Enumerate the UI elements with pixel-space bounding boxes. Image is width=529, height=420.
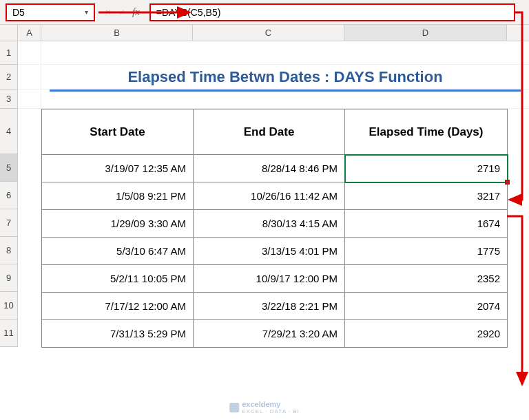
cell-days-selected[interactable]: 2719 <box>345 155 508 182</box>
cell-start[interactable]: 1/29/09 3:30 AM <box>42 210 194 238</box>
cell-start[interactable]: 7/17/12 12:00 AM <box>42 293 194 320</box>
watermark-tag: EXCEL · DATA · BI <box>242 408 300 414</box>
table-row: 5/2/11 10:05 PM 10/9/17 12:00 PM 2352 <box>42 265 508 293</box>
cell-start[interactable]: 7/31/13 5:29 PM <box>42 320 194 348</box>
row-header[interactable]: 6 <box>0 182 18 209</box>
row-header[interactable]: 2 <box>0 65 18 90</box>
row-headers: 1 2 3 4 5 6 7 8 9 10 11 <box>0 41 18 348</box>
table-row: 7/31/13 5:29 PM 7/29/21 3:20 AM 2920 <box>42 320 508 348</box>
cell-start[interactable]: 5/2/11 10:05 PM <box>42 265 194 293</box>
col-header-b[interactable]: B <box>41 25 193 41</box>
fx-icon[interactable]: fx <box>132 6 140 18</box>
table-header-row: Start Date End Date Elapsed Time (Days) <box>42 109 508 155</box>
row-header[interactable]: 1 <box>0 41 18 65</box>
cell-end[interactable]: 8/30/13 4:15 AM <box>194 210 345 238</box>
cell-end[interactable]: 7/29/21 3:20 AM <box>194 320 345 348</box>
name-box[interactable]: D5 ▾ <box>6 3 95 21</box>
table-row: 1/29/09 3:30 AM 8/30/13 4:15 AM 1674 <box>42 210 508 238</box>
header-start: Start Date <box>42 109 194 155</box>
name-box-value: D5 <box>12 7 25 18</box>
cell-end[interactable]: 3/13/15 4:01 PM <box>194 238 345 265</box>
row-header[interactable]: 4 <box>0 109 18 154</box>
enter-icon[interactable]: ✓ <box>118 8 125 17</box>
data-table: Start Date End Date Elapsed Time (Days) … <box>41 109 508 348</box>
cell-start[interactable]: 3/19/07 12:35 AM <box>42 155 194 182</box>
row-header[interactable]: 3 <box>0 90 18 109</box>
page-title: Elapsed Time Betwn Dates : DAYS Function <box>50 65 521 92</box>
cell-end[interactable]: 10/9/17 12:00 PM <box>194 265 345 293</box>
row-header[interactable]: 10 <box>0 292 18 319</box>
table-row: 5/3/10 6:47 AM 3/13/15 4:01 PM 1775 <box>42 238 508 265</box>
table-row: 3/19/07 12:35 AM 8/28/14 8:46 PM 2719 <box>42 155 508 182</box>
watermark-brand: exceldemy <box>242 400 300 408</box>
formula-controls: ✕ ✓ fx <box>95 6 149 18</box>
cell-value: 2719 <box>477 162 500 174</box>
watermark-logo-icon <box>229 403 239 412</box>
table-row: 1/5/08 9:21 PM 10/26/16 11:42 AM 3217 <box>42 182 508 210</box>
col-header-d[interactable]: D <box>344 25 507 41</box>
row-header[interactable]: 7 <box>0 209 18 237</box>
cell-days[interactable]: 3217 <box>345 182 508 210</box>
cell-end[interactable]: 10/26/16 11:42 AM <box>194 182 345 210</box>
row-header[interactable]: 8 <box>0 237 18 264</box>
cancel-icon[interactable]: ✕ <box>105 8 112 17</box>
spreadsheet-grid: A B C D 1 2 3 4 5 6 7 8 9 10 11 Elapsed … <box>0 25 529 348</box>
cell-end[interactable]: 8/28/14 8:46 PM <box>194 155 345 182</box>
row-header[interactable]: 11 <box>0 319 18 347</box>
table-row: 7/17/12 12:00 AM 3/22/18 2:21 PM 2074 <box>42 293 508 320</box>
formula-input[interactable]: =DAYS(C5,B5) <box>149 3 515 21</box>
select-all-corner[interactable] <box>0 25 18 41</box>
fill-handle[interactable] <box>505 180 510 185</box>
cell-days[interactable]: 1775 <box>345 238 508 265</box>
row-header[interactable]: 5 <box>0 154 18 182</box>
cell-end[interactable]: 3/22/18 2:21 PM <box>194 293 345 320</box>
header-elapsed: Elapsed Time (Days) <box>345 109 508 155</box>
col-header-c[interactable]: C <box>193 25 344 41</box>
formula-bar: D5 ▾ ✕ ✓ fx =DAYS(C5,B5) <box>0 0 529 25</box>
column-headers: A B C D <box>0 25 529 41</box>
col-header-a[interactable]: A <box>18 25 41 41</box>
cell-days[interactable]: 2352 <box>345 265 508 293</box>
header-end: End Date <box>194 109 345 155</box>
cell-days[interactable]: 1674 <box>345 210 508 238</box>
cell-days[interactable]: 2920 <box>345 320 508 348</box>
row-header[interactable]: 9 <box>0 264 18 292</box>
cells-area[interactable]: Elapsed Time Betwn Dates : DAYS Function… <box>18 41 529 348</box>
cell-start[interactable]: 1/5/08 9:21 PM <box>42 182 194 210</box>
cell-start[interactable]: 5/3/10 6:47 AM <box>42 238 194 265</box>
cell-days[interactable]: 2074 <box>345 293 508 320</box>
chevron-down-icon[interactable]: ▾ <box>85 8 88 16</box>
watermark: exceldemy EXCEL · DATA · BI <box>229 400 300 414</box>
formula-text: =DAYS(C5,B5) <box>156 7 221 18</box>
